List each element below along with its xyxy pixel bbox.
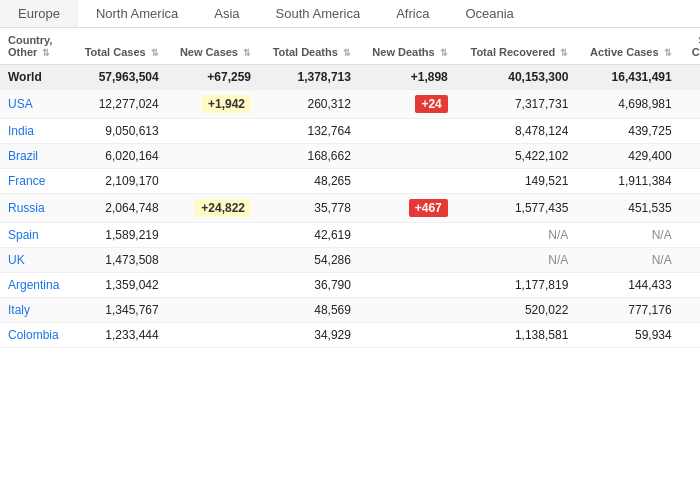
region-tabs: EuropeNorth AmericaAsiaSouth AmericaAfri…	[0, 0, 700, 28]
col-header-newDeaths[interactable]: New Deaths ⇅	[359, 28, 456, 65]
cell-total-deaths: 260,312	[259, 90, 359, 119]
cell-new-deaths	[359, 298, 456, 323]
sort-icon: ⇅	[664, 48, 672, 58]
cell-country: World	[0, 65, 71, 90]
cell-country[interactable]: India	[0, 119, 71, 144]
cell-active-cases: 1,911,384	[576, 169, 679, 194]
cell-country[interactable]: Spain	[0, 223, 71, 248]
table-row: Colombia1,233,44434,9291,138,58159,934	[0, 323, 700, 348]
cell-total-cases: 2,109,170	[71, 169, 166, 194]
cell-serious-critical	[680, 119, 700, 144]
cell-active-cases: 144,433	[576, 273, 679, 298]
cell-country[interactable]: Russia	[0, 194, 71, 223]
col-header-country[interactable]: Country,Other ⇅	[0, 28, 71, 65]
cell-active-cases: 59,934	[576, 323, 679, 348]
cell-country[interactable]: Italy	[0, 298, 71, 323]
na-value: N/A	[652, 253, 672, 267]
col-header-newCases[interactable]: New Cases ⇅	[167, 28, 259, 65]
col-header-totalDeaths[interactable]: Total Deaths ⇅	[259, 28, 359, 65]
new-deaths-highlight: +24	[415, 95, 447, 113]
cell-active-cases: 777,176	[576, 298, 679, 323]
col-header-activeCases[interactable]: Active Cases ⇅	[576, 28, 679, 65]
cell-total-cases: 57,963,504	[71, 65, 166, 90]
country-link[interactable]: UK	[8, 253, 25, 267]
country-link[interactable]: USA	[8, 97, 33, 111]
cell-total-cases: 1,233,444	[71, 323, 166, 348]
country-link[interactable]: Italy	[8, 303, 30, 317]
cell-new-deaths	[359, 273, 456, 298]
table-body: World57,963,504+67,2591,378,713+1,89840,…	[0, 65, 700, 348]
cell-total-cases: 1,359,042	[71, 273, 166, 298]
cell-active-cases: 451,535	[576, 194, 679, 223]
cell-total-recovered: 1,138,581	[456, 323, 577, 348]
table-row: Italy1,345,76748,569520,022777,176	[0, 298, 700, 323]
sort-icon: ⇅	[560, 48, 568, 58]
col-header-totalRecovered[interactable]: Total Recovered ⇅	[456, 28, 577, 65]
table-row: Argentina1,359,04236,7901,177,819144,433	[0, 273, 700, 298]
country-link[interactable]: India	[8, 124, 34, 138]
cell-country[interactable]: France	[0, 169, 71, 194]
country-link[interactable]: Russia	[8, 201, 45, 215]
cell-new-cases	[167, 223, 259, 248]
table-row: Russia2,064,748+24,82235,778+4671,577,43…	[0, 194, 700, 223]
cell-new-cases	[167, 298, 259, 323]
table-row: USA12,277,024+1,942260,312+247,317,7314,…	[0, 90, 700, 119]
na-value: N/A	[548, 253, 568, 267]
cell-new-cases	[167, 273, 259, 298]
region-tab-asia[interactable]: Asia	[196, 0, 257, 27]
cell-total-deaths: 42,619	[259, 223, 359, 248]
country-link[interactable]: Brazil	[8, 149, 38, 163]
data-table: Country,Other ⇅Total Cases ⇅New Cases ⇅T…	[0, 28, 700, 348]
cell-new-deaths	[359, 223, 456, 248]
cell-total-cases: 9,050,613	[71, 119, 166, 144]
cell-total-deaths: 54,286	[259, 248, 359, 273]
sort-icon: ⇅	[42, 48, 50, 58]
cell-country[interactable]: Argentina	[0, 273, 71, 298]
cell-serious-critical	[680, 144, 700, 169]
cell-new-cases	[167, 144, 259, 169]
cell-new-cases	[167, 169, 259, 194]
cell-total-deaths: 132,764	[259, 119, 359, 144]
cell-serious-critical	[680, 323, 700, 348]
cell-country[interactable]: Colombia	[0, 323, 71, 348]
cell-new-cases	[167, 119, 259, 144]
cell-total-deaths: 48,569	[259, 298, 359, 323]
cell-country[interactable]: USA	[0, 90, 71, 119]
region-tab-north-america[interactable]: North America	[78, 0, 196, 27]
new-deaths-highlight: +467	[409, 199, 448, 217]
cell-new-cases	[167, 248, 259, 273]
region-tab-south-america[interactable]: South America	[258, 0, 379, 27]
col-header-seriousCritical[interactable]: Serious,Critical ⇅	[680, 28, 700, 65]
cell-new-cases	[167, 323, 259, 348]
table-row: France2,109,17048,265149,5211,911,384	[0, 169, 700, 194]
table-row: India9,050,613132,7648,478,124439,725	[0, 119, 700, 144]
cell-total-deaths: 34,929	[259, 323, 359, 348]
sort-icon: ⇅	[243, 48, 251, 58]
cell-serious-critical	[680, 248, 700, 273]
cell-new-deaths	[359, 169, 456, 194]
region-tab-africa[interactable]: Africa	[378, 0, 447, 27]
col-header-totalCases[interactable]: Total Cases ⇅	[71, 28, 166, 65]
cell-country[interactable]: Brazil	[0, 144, 71, 169]
country-link[interactable]: Spain	[8, 228, 39, 242]
cell-new-deaths: +24	[359, 90, 456, 119]
cell-serious-critical	[680, 194, 700, 223]
country-link[interactable]: Argentina	[8, 278, 59, 292]
cell-country[interactable]: UK	[0, 248, 71, 273]
cell-total-deaths: 36,790	[259, 273, 359, 298]
cell-serious-critical	[680, 298, 700, 323]
sort-icon: ⇅	[440, 48, 448, 58]
country-link[interactable]: Colombia	[8, 328, 59, 342]
cell-serious-critical	[680, 273, 700, 298]
cell-active-cases: 429,400	[576, 144, 679, 169]
cell-new-cases: +67,259	[167, 65, 259, 90]
cell-active-cases: N/A	[576, 223, 679, 248]
country-link[interactable]: France	[8, 174, 45, 188]
cell-total-recovered: 149,521	[456, 169, 577, 194]
region-tab-oceania[interactable]: Oceania	[447, 0, 531, 27]
cell-serious-critical: 2	[680, 90, 700, 119]
cell-total-cases: 1,345,767	[71, 298, 166, 323]
region-tab-europe[interactable]: Europe	[0, 0, 78, 27]
table-header-row: Country,Other ⇅Total Cases ⇅New Cases ⇅T…	[0, 28, 700, 65]
cell-total-deaths: 168,662	[259, 144, 359, 169]
